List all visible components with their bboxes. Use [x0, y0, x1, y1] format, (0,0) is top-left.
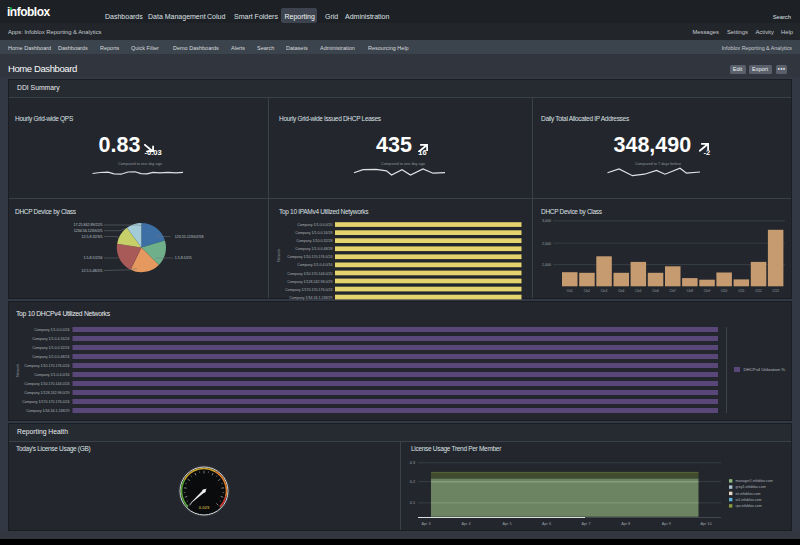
svg-text:Cls5: Cls5 — [635, 289, 642, 293]
svg-text:manager1.infoblox.com: manager1.infoblox.com — [736, 479, 773, 483]
svg-text:1.5.8.5/2/56: 1.5.8.5/2/56 — [84, 256, 103, 260]
svg-text:Company 1/1.0.4.0/16: Company 1/1.0.4.0/16 — [34, 373, 69, 377]
svg-text:Apr 7: Apr 7 — [581, 522, 590, 526]
svg-text:Company 1/1.0.0.16/28: Company 1/1.0.0.16/28 — [295, 231, 332, 235]
svg-text:Company 1/1.0.0.0/24: Company 1/1.0.0.0/24 — [34, 328, 69, 332]
svg-text:3,000: 3,000 — [542, 219, 551, 223]
svg-text:int.infoblox.com: int.infoblox.com — [736, 492, 761, 496]
svg-text:2,000: 2,000 — [542, 242, 551, 246]
svg-text:Apr 6: Apr 6 — [542, 522, 551, 526]
svg-text:Cls6: Cls6 — [652, 289, 659, 293]
svg-text:0.1: 0.1 — [410, 501, 415, 505]
svg-text:Apr 4: Apr 4 — [461, 522, 470, 526]
svg-text:Apr 10: Apr 10 — [700, 522, 711, 526]
svg-text:123.55.123G/2/58: 123.55.123G/2/58 — [175, 235, 204, 239]
svg-text:Company 1/34.34.1.248/29: Company 1/34.34.1.248/29 — [289, 296, 332, 300]
svg-text:Cl10: Cl10 — [721, 289, 728, 293]
svg-text:Company 1/1.0.0.32/24: Company 1/1.0.0.32/24 — [32, 346, 69, 350]
svg-text:Company 1/10.170.176.0/24: Company 1/10.170.176.0/24 — [24, 364, 69, 368]
svg-text:Cl13: Cl13 — [772, 289, 779, 293]
svg-text:17.25.842.89/22/5: 17.25.842.89/22/5 — [74, 223, 103, 227]
svg-text:Apr 5: Apr 5 — [502, 522, 511, 526]
svg-text:0.3: 0.3 — [410, 461, 415, 465]
svg-text:0.2: 0.2 — [410, 480, 415, 484]
svg-text:Apr 8: Apr 8 — [621, 522, 630, 526]
svg-text:Company 1/128.242.98.0/29: Company 1/128.242.98.0/29 — [287, 280, 332, 284]
svg-text:Cls2: Cls2 — [584, 289, 591, 293]
svg-text:Apr 3: Apr 3 — [421, 522, 430, 526]
svg-text:Company 1/10.170.176.0/24: Company 1/10.170.176.0/24 — [287, 255, 332, 259]
svg-text:Company 1/128.242.98.0/29: Company 1/128.242.98.0/29 — [24, 391, 69, 395]
svg-text:Company 1/1.0.0.0/20: Company 1/1.0.0.0/20 — [297, 223, 332, 227]
svg-text:Company 1/10.0.32/28: Company 1/10.0.32/28 — [296, 239, 332, 243]
svg-text:rpz.infoblox.com: rpz.infoblox.com — [736, 504, 762, 508]
svg-text:Cl12: Cl12 — [755, 289, 762, 293]
svg-text:Company 1/34.34.1.248/29: Company 1/34.34.1.248/29 — [26, 409, 69, 413]
svg-text:12.5.5.48/2/5: 12.5.5.48/2/5 — [82, 269, 103, 273]
svg-text:grey1.infoblox.com: grey1.infoblox.com — [736, 485, 766, 489]
svg-text:io1.infoblox.com: io1.infoblox.com — [736, 498, 762, 502]
svg-text:1234.56.123G/2/5: 1234.56.123G/2/5 — [74, 229, 103, 233]
svg-text:Cls4: Cls4 — [618, 289, 625, 293]
svg-text:Company 1/1.0.4.16/24: Company 1/1.0.4.16/24 — [32, 337, 69, 341]
svg-text:Apr 9: Apr 9 — [662, 522, 671, 526]
svg-text:Company 1/10.170.144.0/20: Company 1/10.170.144.0/20 — [287, 272, 332, 276]
svg-text:Company 1/170.170.176.0/24: Company 1/170.170.176.0/24 — [22, 400, 69, 404]
svg-text:Company 1/1.0.0.48/24: Company 1/1.0.0.48/24 — [32, 355, 69, 359]
svg-text:1,000: 1,000 — [542, 263, 551, 267]
svg-text:Cl11: Cl11 — [738, 289, 745, 293]
svg-text:Company 1/1.0.0.48/28: Company 1/1.0.0.48/28 — [295, 247, 332, 251]
svg-text:Company 1/1.0.4.0/16: Company 1/1.0.4.0/16 — [297, 263, 332, 267]
svg-text:1.5.8.5/2/5: 1.5.8.5/2/5 — [175, 256, 192, 260]
svg-text:Cls9: Cls9 — [704, 289, 711, 293]
svg-text:12.5.8.32/3/5: 12.5.8.32/3/5 — [82, 235, 103, 239]
svg-text:0.029: 0.029 — [199, 505, 210, 510]
svg-text:Company 1/170.170.176.0/24: Company 1/170.170.176.0/24 — [285, 288, 332, 292]
svg-text:Cls8: Cls8 — [687, 289, 694, 293]
svg-text:Cls1: Cls1 — [567, 289, 574, 293]
svg-text:Company 1/10.170.144.0/24: Company 1/10.170.144.0/24 — [24, 382, 69, 386]
svg-text:Cls7: Cls7 — [670, 289, 677, 293]
svg-text:Cls3: Cls3 — [601, 289, 608, 293]
